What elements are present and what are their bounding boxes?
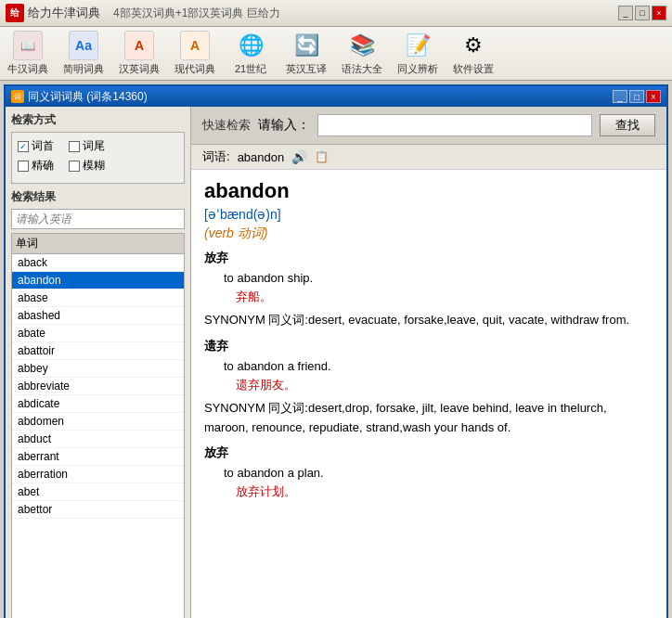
list-item[interactable]: abandon — [12, 272, 184, 290]
c21-label: 21世纪 — [235, 62, 266, 76]
content-area: 检索方式 词首 词尾 — [6, 107, 666, 618]
quick-search-title: 快速检索 — [202, 117, 251, 134]
entry-example-2-cn: 遗弃朋友。 — [204, 377, 653, 393]
window-controls-outer: _ □ × — [618, 6, 666, 20]
word-header-word: abandon — [238, 150, 285, 164]
input-label: 请输入： — [258, 117, 310, 134]
quick-search-controls: 请输入： 查找 — [258, 114, 655, 136]
synonym-label: 同义辨析 — [397, 62, 438, 76]
grammar-icon: 📚 — [347, 31, 377, 60]
results-section: 检索结果 单词 aback abandon abase abashed abat… — [11, 189, 185, 618]
toolbar-simple[interactable]: Aa 简明词典 — [63, 31, 104, 76]
toolbar-hanen[interactable]: A 汉英词典 — [119, 31, 160, 76]
main-window: 词 同义词词典 (词条14360) _ □ × 检索方式 词首 — [4, 84, 668, 618]
toolbar-settings[interactable]: ⚙ 软件设置 — [453, 31, 494, 76]
audio-icon[interactable]: 🔊 — [291, 149, 307, 164]
list-item[interactable]: abduct — [12, 431, 184, 448]
checkbox-word-end-label: 词尾 — [83, 138, 105, 154]
hanen-icon: A — [124, 31, 154, 60]
toolbar-oxford[interactable]: 📖 牛汉词典 — [7, 31, 48, 76]
checkbox-word-start[interactable]: 词首 — [18, 138, 54, 154]
checkbox-exact-box[interactable] — [18, 161, 29, 172]
window-controls: _ □ × — [613, 90, 661, 103]
brand-icon: 给 — [6, 4, 24, 22]
modern-label: 现代词典 — [174, 62, 215, 76]
toolbar-grammar[interactable]: 📚 语法大全 — [342, 31, 382, 76]
synonym-icon: 📝 — [403, 31, 433, 60]
list-item[interactable]: aberrant — [12, 448, 184, 466]
outer-close-btn[interactable]: × — [652, 6, 666, 20]
dict-content[interactable]: abandon [əˈbænd(ə)n] (verb 动词) 放弃 to aba… — [191, 170, 666, 618]
checkbox-row-2: 精确 模糊 — [18, 158, 178, 174]
maximize-btn[interactable]: □ — [629, 90, 644, 103]
toolbar-c21[interactable]: 🌐 21世纪 — [230, 31, 271, 76]
toolbar-synonym[interactable]: 📝 同义辨析 — [397, 31, 438, 76]
entry-meaning-2: 遗弃 — [204, 338, 653, 354]
titlebar-left: 词 同义词词典 (词条14360) — [11, 89, 148, 105]
checkbox-word-end-box[interactable] — [69, 141, 80, 152]
outer-maximize-btn[interactable]: □ — [635, 6, 650, 20]
search-options-box: 词首 词尾 精确 模糊 — [11, 132, 185, 184]
oxford-label: 牛汉词典 — [7, 62, 48, 76]
app-brand: 给 给力牛津词典 — [6, 4, 100, 22]
window-icon: 词 — [11, 90, 24, 103]
entry-example-1-cn: 弃船。 — [204, 289, 653, 305]
copy-icon[interactable]: 📋 — [315, 150, 329, 163]
grammar-label: 语法大全 — [342, 62, 382, 76]
toolbar-translate[interactable]: 🔄 英汉互译 — [286, 31, 327, 76]
list-item[interactable]: aback — [12, 254, 184, 272]
settings-icon: ⚙ — [459, 31, 488, 60]
simple-label: 简明词典 — [63, 62, 104, 76]
word-list-wrapper: aback abandon abase abashed abate abatto… — [12, 254, 184, 618]
word-header: 词语: abandon 🔊 📋 — [191, 145, 666, 170]
list-item[interactable]: aberration — [12, 466, 184, 483]
toolbar-modern[interactable]: A 现代词典 — [174, 31, 215, 76]
list-item[interactable]: abashed — [12, 307, 184, 325]
checkbox-exact-label: 精确 — [32, 158, 54, 174]
search-options-section: 检索方式 词首 词尾 — [11, 112, 185, 184]
c21-icon: 🌐 — [236, 31, 265, 60]
list-item[interactable]: abate — [12, 325, 184, 342]
list-item[interactable]: abdomen — [12, 413, 184, 431]
checkbox-fuzzy-box[interactable] — [69, 161, 80, 172]
search-input[interactable] — [11, 209, 185, 229]
hanen-label: 汉英词典 — [119, 62, 160, 76]
list-item[interactable]: abet — [12, 483, 184, 501]
list-item[interactable]: abase — [12, 290, 184, 307]
entry-example-3-en: to abandon a plan. — [204, 465, 653, 482]
icon-toolbar: 📖 牛汉词典 Aa 简明词典 A 汉英词典 A 现代词典 🌐 21世纪 🔄 英汉… — [0, 27, 672, 81]
translate-icon: 🔄 — [291, 31, 321, 60]
entry-word: abandon — [204, 179, 653, 203]
close-btn[interactable]: × — [646, 90, 661, 103]
checkbox-fuzzy-label: 模糊 — [83, 158, 105, 174]
quick-search-bar: 快速检索 请输入： 查找 — [191, 107, 666, 145]
entry-example-2-en: to abandon a friend. — [204, 358, 653, 375]
checkbox-row-1: 词首 词尾 — [18, 138, 178, 154]
outer-minimize-btn[interactable]: _ — [618, 6, 633, 20]
entry-example-3-cn: 放弃计划。 — [204, 483, 653, 500]
modern-icon: A — [180, 31, 210, 60]
minimize-btn[interactable]: _ — [613, 90, 627, 103]
search-options-title: 检索方式 — [11, 112, 185, 128]
list-item[interactable]: abbreviate — [12, 378, 184, 395]
menu-toolbar: 给 给力牛津词典 4部英汉词典+1部汉英词典 巨给力 _ □ × — [0, 0, 672, 27]
checkbox-word-end[interactable]: 词尾 — [69, 138, 105, 154]
list-item[interactable]: abbey — [12, 360, 184, 378]
app-subtitle: 4部英汉词典+1部汉英词典 巨给力 — [113, 6, 280, 21]
entry-meaning-3: 放弃 — [204, 444, 653, 461]
search-button[interactable]: 查找 — [600, 114, 655, 136]
list-item[interactable]: abettor — [12, 501, 184, 519]
entry-pos: (verb 动词) — [204, 225, 653, 242]
checkbox-exact[interactable]: 精确 — [18, 158, 54, 174]
entry-synonym-2: SYNONYM 同义词:desert,drop, forsake, jilt, … — [204, 399, 653, 438]
word-header-label: 词语: — [202, 148, 230, 165]
translate-label: 英汉互译 — [286, 62, 327, 76]
checkbox-word-start-box[interactable] — [18, 141, 29, 152]
list-item[interactable]: abattoir — [12, 342, 184, 360]
quick-search-input[interactable] — [317, 114, 592, 136]
checkbox-fuzzy[interactable]: 模糊 — [69, 158, 105, 174]
simple-icon: Aa — [69, 31, 98, 60]
app-title: 给力牛津词典 — [28, 5, 100, 21]
right-panel: 快速检索 请输入： 查找 词语: abandon 🔊 📋 abandon [əˈ… — [191, 107, 666, 618]
list-item[interactable]: abdicate — [12, 395, 184, 413]
